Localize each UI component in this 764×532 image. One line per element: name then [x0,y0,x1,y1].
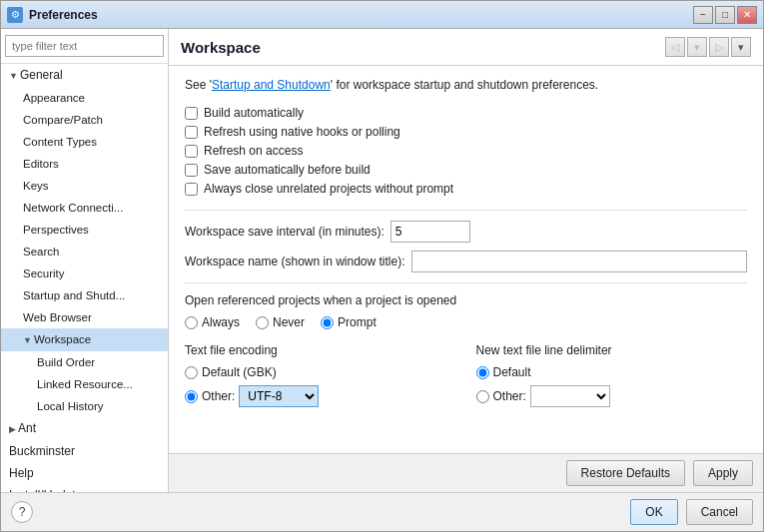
checkbox-row-save-before-build: Save automatically before build [185,163,747,177]
startup-shutdown-link[interactable]: Startup and Shutdown [212,78,331,92]
apply-button[interactable]: Apply [693,460,753,486]
help-button[interactable]: ? [11,501,33,523]
sidebar-item-startup-shutdown[interactable]: Startup and Shutd... [1,284,168,306]
maximize-button[interactable]: □ [715,6,735,24]
sidebar-item-web-browser[interactable]: Web Browser [1,306,168,328]
back-button[interactable]: ◁ [665,37,685,57]
radio-always[interactable]: Always [185,315,240,329]
title-bar-buttons: − □ ✕ [693,6,757,24]
refresh-native-label: Refresh using native hooks or polling [204,125,400,139]
encoding-other-radio[interactable] [185,390,198,403]
checkbox-row-close-unrelated: Always close unrelated projects without … [185,182,747,196]
sidebar-item-perspectives[interactable]: Perspectives [1,219,168,241]
refresh-access-checkbox[interactable] [185,145,198,158]
close-button[interactable]: ✕ [737,6,757,24]
checkboxes-section: Build automatically Refresh using native… [185,106,747,196]
main-content: See 'Startup and Shutdown' for workspace… [169,66,763,453]
divider-2 [185,282,747,283]
page-title: Workspace [181,39,261,56]
expand-arrow-workspace: ▼ [23,331,32,349]
delimiter-other-radio[interactable] [476,390,489,403]
delimiter-section: New text file line delimiter Default Oth… [476,343,748,421]
sidebar-item-help[interactable]: Help [1,462,168,484]
sidebar-item-security[interactable]: Security [1,263,168,284]
content-area: ▼General Appearance Compare/Patch Conten… [1,29,763,492]
encoding-select[interactable]: UTF-8 UTF-16 ISO-8859-1 [239,385,319,407]
radio-never-input[interactable] [256,316,269,329]
refresh-native-checkbox[interactable] [185,126,198,139]
radio-never[interactable]: Never [256,315,305,329]
restore-defaults-button[interactable]: Restore Defaults [566,460,685,486]
delimiter-radio-group: Default Other: Windows Unix Mac OS X [476,365,748,407]
radio-prompt[interactable]: Prompt [321,315,377,329]
delimiter-other[interactable]: Other: Windows Unix Mac OS X [476,385,748,407]
build-automatically-checkbox[interactable] [185,107,198,120]
close-unrelated-checkbox[interactable] [185,183,198,196]
sidebar-item-ant[interactable]: ▶Ant [1,417,168,440]
sidebar-item-linked-resources[interactable]: Linked Resource... [1,373,168,395]
save-before-build-checkbox[interactable] [185,164,198,177]
sidebar-item-editors[interactable]: Editors [1,153,168,175]
encoding-radio-group: Default (GBK) Other: UTF-8 UTF-16 ISO-88… [185,365,456,407]
sidebar-item-general[interactable]: ▼General [1,64,168,87]
sidebar-item-network-connections[interactable]: Network Connecti... [1,197,168,219]
minimize-button[interactable]: − [693,6,713,24]
nav-buttons: ◁ ▾ ▷ ▾ [665,37,751,57]
preferences-window: ⚙ Preferences − □ ✕ ▼General Appearance … [0,0,764,532]
title-bar: ⚙ Preferences − □ ✕ [1,1,763,29]
expand-arrow: ▼ [9,67,18,85]
save-interval-label: Workspace save interval (in minutes): [185,225,384,239]
sidebar-item-install-update[interactable]: Install/Update [1,484,168,492]
divider-1 [185,210,747,211]
encoding-section: Text file encoding Default (GBK) Other: … [185,343,456,421]
sidebar-item-buckminster[interactable]: Buckminster [1,440,168,462]
encoding-other[interactable]: Other: UTF-8 UTF-16 ISO-8859-1 [185,385,456,407]
refresh-access-label: Refresh on access [204,144,303,158]
radio-prompt-input[interactable] [321,316,334,329]
cancel-button[interactable]: Cancel [686,499,753,525]
sidebar-item-workspace[interactable]: ▼Workspace [1,328,168,351]
encoding-default[interactable]: Default (GBK) [185,365,456,379]
ok-button[interactable]: OK [630,499,677,525]
delimiter-title: New text file line delimiter [476,343,748,357]
build-automatically-label: Build automatically [204,106,304,120]
delimiter-select[interactable]: Windows Unix Mac OS X [530,385,610,407]
open-projects-radio-group: Always Never Prompt [185,315,747,329]
search-input[interactable] [5,35,164,57]
close-unrelated-label: Always close unrelated projects without … [204,182,453,196]
back-dropdown[interactable]: ▾ [687,37,707,57]
workspace-name-input[interactable] [411,251,747,272]
sidebar-item-compare-patch[interactable]: Compare/Patch [1,109,168,131]
bottom-right-actions: OK Cancel [630,499,753,525]
sidebar-item-appearance[interactable]: Appearance [1,87,168,109]
checkbox-row-refresh-native: Refresh using native hooks or polling [185,125,747,139]
sidebar-item-keys[interactable]: Keys [1,175,168,197]
delimiter-default[interactable]: Default [476,365,748,379]
delimiter-default-radio[interactable] [476,366,489,379]
open-projects-title: Open referenced projects when a project … [185,293,747,307]
main-panel: Workspace ◁ ▾ ▷ ▾ See 'Startup and Shutd… [169,29,763,492]
sidebar-item-local-history[interactable]: Local History [1,395,168,417]
search-box [1,29,168,64]
save-interval-input[interactable] [390,221,470,243]
checkbox-row-refresh-access: Refresh on access [185,144,747,158]
workspace-name-label: Workspace name (shown in window title): [185,255,405,268]
radio-always-input[interactable] [185,316,198,329]
window-title: Preferences [29,8,693,22]
description-prefix: See ' [185,78,212,92]
save-before-build-label: Save automatically before build [204,163,371,177]
encoding-default-radio[interactable] [185,366,198,379]
action-bar: Restore Defaults Apply [169,453,763,492]
sidebar-item-build-order[interactable]: Build Order [1,351,168,373]
description-line: See 'Startup and Shutdown' for workspace… [185,78,747,92]
forward-dropdown[interactable]: ▾ [731,37,751,57]
expand-arrow-ant: ▶ [9,420,16,438]
sidebar-item-search[interactable]: Search [1,241,168,263]
tree-container: ▼General Appearance Compare/Patch Conten… [1,64,168,492]
workspace-name-row: Workspace name (shown in window title): [185,251,747,272]
sidebar-item-content-types[interactable]: Content Types [1,131,168,153]
description-suffix: ' for workspace startup and shutdown pre… [331,78,598,92]
save-interval-row: Workspace save interval (in minutes): [185,221,747,243]
forward-button[interactable]: ▷ [709,37,729,57]
window-icon: ⚙ [7,7,23,23]
